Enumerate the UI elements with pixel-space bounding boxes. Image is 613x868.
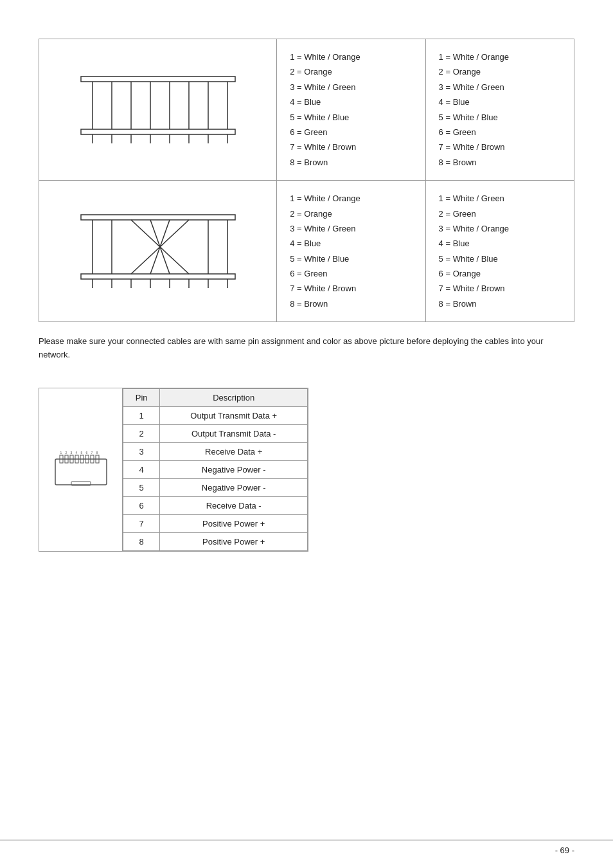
pin-number: 5 [123,478,160,496]
pin-header-pin: Pin [123,388,160,406]
pin-header-desc: Description [160,388,308,406]
pin-description: Positive Power + [160,514,308,532]
pin-description: Output Transmit Data - [160,424,308,442]
pin-row: 5Negative Power - [123,478,308,496]
svg-text:3: 3 [70,451,72,455]
pin-number: 8 [123,532,160,550]
pin-number: 3 [123,442,160,460]
page-content: 1 = White / Orange 2 = Orange 3 = White … [0,0,613,577]
pin-outer-table: 1 2 3 4 5 6 7 8 [39,388,308,552]
cable-diagrams-table: 1 = White / Orange 2 = Orange 3 = White … [39,39,574,322]
pin-data-cell: Pin Description 1Output Transmit Data +2… [123,388,308,551]
straight-through-row: 1 = White / Orange 2 = Orange 3 = White … [39,39,574,181]
pin-number: 4 [123,460,160,478]
svg-text:1: 1 [60,451,62,455]
straight-through-svg [75,71,242,149]
svg-text:8: 8 [96,451,98,455]
pin-number: 6 [123,496,160,514]
pin-row: 3Receive Data + [123,442,308,460]
pin-data-table: Pin Description 1Output Transmit Data +2… [123,388,308,551]
svg-text:7: 7 [91,451,93,455]
pin-table-header-row: Pin Description [123,388,308,406]
pin-number: 7 [123,514,160,532]
pin-description: Output Transmit Data + [160,406,308,424]
pin-row: 8Positive Power + [123,532,308,550]
svg-text:4: 4 [75,451,77,455]
pin-row: 1Output Transmit Data + [123,406,308,424]
pin-description: Receive Data + [160,442,308,460]
pin-row: 2Output Transmit Data - [123,424,308,442]
rj45-connector-svg: 1 2 3 4 5 6 7 8 [52,446,110,491]
pin-section: 1 2 3 4 5 6 7 8 [39,388,574,552]
pin-description: Negative Power - [160,478,308,496]
page-number: - 69 - [555,845,574,855]
pin-row: 6Receive Data - [123,496,308,514]
pin-row: 7Positive Power + [123,514,308,532]
pin-number: 1 [123,406,160,424]
straight-through-wiring-col2: 1 = White / Orange 2 = Orange 3 = White … [425,39,574,181]
pin-description: Receive Data - [160,496,308,514]
crossover-wiring-col1: 1 = White / Orange 2 = Orange 3 = White … [277,181,425,322]
pin-description: Negative Power - [160,460,308,478]
connector-image-cell: 1 2 3 4 5 6 7 8 [39,388,123,551]
svg-rect-18 [81,215,235,220]
page-footer: - 69 - [0,840,613,855]
straight-through-wiring-col1: 1 = White / Orange 2 = Orange 3 = White … [277,39,425,181]
pin-row: 4Negative Power - [123,460,308,478]
svg-rect-0 [81,77,235,82]
notice-text: Please make sure your connected cables a… [39,335,574,362]
svg-rect-9 [81,129,235,134]
crossover-row: 1 = White / Orange 2 = Orange 3 = White … [39,181,574,322]
straight-through-diagram-cell [39,39,277,181]
pin-table-row: 1 2 3 4 5 6 7 8 [39,388,308,551]
crossover-svg [75,210,242,293]
svg-rect-27 [81,274,235,279]
svg-text:2: 2 [65,451,67,455]
svg-text:6: 6 [85,451,87,455]
pin-description: Positive Power + [160,532,308,550]
svg-text:5: 5 [80,451,82,455]
pin-number: 2 [123,424,160,442]
crossover-wiring-col2: 1 = White / Green 2 = Green 3 = White / … [425,181,574,322]
crossover-diagram-cell [39,181,277,322]
